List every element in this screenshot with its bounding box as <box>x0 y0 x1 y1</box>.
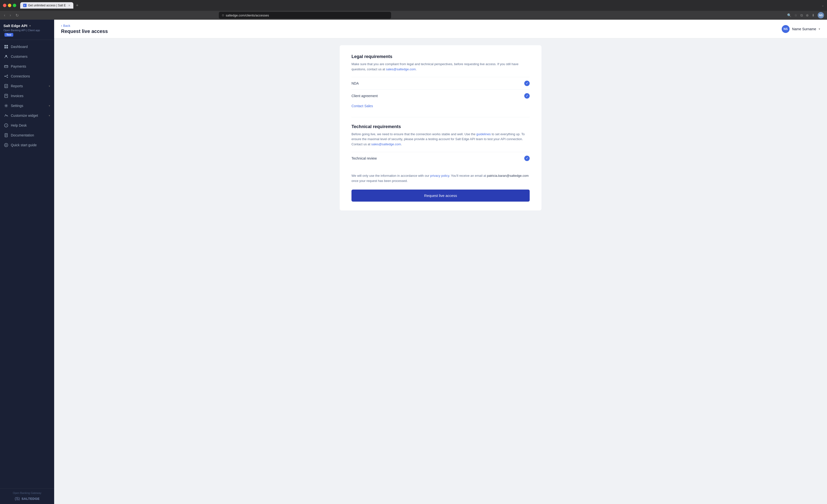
privacy-email: patricia.baran@saltedge.com <box>487 174 528 177</box>
address-bar[interactable]: ⊙ saltedge.com/clients/accesses <box>219 12 391 19</box>
extensions-icon[interactable]: ⧉ <box>800 13 803 17</box>
sidebar-item-invoices[interactable]: Invoices <box>0 91 54 101</box>
svg-point-9 <box>4 76 5 77</box>
legal-section-desc: Make sure that you are compliant from le… <box>351 62 530 72</box>
svg-point-11 <box>7 77 8 78</box>
svg-rect-4 <box>4 47 6 48</box>
customers-icon <box>4 54 8 59</box>
svg-point-6 <box>5 55 7 57</box>
back-button[interactable]: ‹ <box>3 12 6 18</box>
svg-rect-14 <box>5 84 8 88</box>
payments-icon <box>4 64 8 69</box>
footer-text: Open Banking Gateway <box>4 492 50 494</box>
sidebar: Salt Edge API ▾ Open Banking API | Clien… <box>0 20 54 504</box>
sidebar-item-quick-start-label: Quick start guide <box>11 143 50 147</box>
legal-desc-text2: . <box>416 67 417 71</box>
client-agreement-check-icon: ✓ <box>524 93 530 99</box>
profile-guard-icon[interactable]: ⊕ <box>806 13 809 17</box>
technical-section-title: Technical requirements <box>351 124 530 129</box>
search-icon[interactable]: 🔍 <box>787 13 791 17</box>
tab-title: Get unlimited access | Salt E <box>28 4 66 7</box>
main-header: ‹ Back Request live access NS Name Surna… <box>54 20 827 38</box>
user-avatar: NS <box>782 25 790 33</box>
contact-sales-link[interactable]: Contact Sales <box>351 104 373 108</box>
privacy-text: We will only use the information in acco… <box>351 173 530 184</box>
sidebar-item-settings[interactable]: Settings ▾ <box>0 101 54 111</box>
sidebar-brand-name: Salt Edge API <box>3 23 27 28</box>
browser-actions: 🔍 ☆ ⧉ ⊕ ⬇ NS <box>787 12 824 18</box>
refresh-button[interactable]: ↻ <box>14 12 20 19</box>
sidebar-item-reports-label: Reports <box>11 84 46 88</box>
saltedge-logo: ⟨S⟩ SALTEDGE <box>4 496 50 501</box>
bookmark-icon[interactable]: ☆ <box>794 13 797 17</box>
sidebar-brand[interactable]: Salt Edge API ▾ <box>3 23 51 28</box>
svg-text:S: S <box>24 5 25 6</box>
browser-window-controls <box>3 4 16 7</box>
test-badge: Test <box>4 33 13 37</box>
svg-rect-7 <box>4 65 8 68</box>
app: Salt Edge API ▾ Open Banking API | Clien… <box>0 20 827 504</box>
content-card: Legal requirements Make sure that you ar… <box>340 45 541 211</box>
browser-user-avatar[interactable]: NS <box>818 12 824 18</box>
technical-requirements-section: Technical requirements Before going live… <box>351 124 530 164</box>
help-icon: ? <box>4 123 8 128</box>
svg-rect-2 <box>4 45 6 47</box>
sidebar-item-customers[interactable]: Customers <box>0 52 54 61</box>
invoices-icon <box>4 94 8 98</box>
address-shield-icon: ⊙ <box>222 13 224 17</box>
browser-chrome: S Get unlimited access | Salt E ✕ + ⌄ <box>0 0 827 11</box>
request-live-access-button[interactable]: Request live access <box>351 189 530 202</box>
technical-review-label: Technical review <box>351 156 377 160</box>
client-agreement-label: Client agreement <box>351 94 378 98</box>
browser-tabs: S Get unlimited access | Salt E ✕ + ⌄ <box>20 2 824 9</box>
back-link[interactable]: ‹ Back <box>61 23 108 27</box>
sidebar-item-customize-widget[interactable]: Customize widget ▾ <box>0 111 54 120</box>
legal-desc-email[interactable]: sales@saltedge.com <box>386 67 416 71</box>
nda-label: NDA <box>351 81 359 85</box>
sidebar-item-help-desk[interactable]: ? Help Desk <box>0 120 54 130</box>
reports-icon <box>4 84 8 88</box>
browser-addressbar: ‹ › ↻ ⊙ saltedge.com/clients/accesses 🔍 … <box>0 11 827 20</box>
privacy-policy-link[interactable]: privacy policy <box>430 174 449 177</box>
minimize-window-button[interactable] <box>8 4 11 7</box>
guidelines-link[interactable]: guidelines <box>476 132 491 136</box>
close-window-button[interactable] <box>3 4 6 7</box>
reports-arrow-icon: ▾ <box>49 85 50 88</box>
download-icon[interactable]: ⬇ <box>812 13 815 17</box>
client-agreement-row: Client agreement ✓ <box>351 90 530 102</box>
technical-review-check-icon: ✓ <box>524 156 530 161</box>
address-url: saltedge.com/clients/accesses <box>226 13 269 17</box>
privacy-text3: once your request has been processed. <box>351 179 407 183</box>
sidebar-item-payments[interactable]: Payments <box>0 61 54 71</box>
sidebar-item-documentation[interactable]: Documentation <box>0 130 54 140</box>
technical-email-link[interactable]: sales@saltedge.com <box>371 143 401 146</box>
technical-section-desc: Before going live, we need to ensure tha… <box>351 132 530 147</box>
tab-close-button[interactable]: ✕ <box>68 4 70 7</box>
new-tab-button[interactable]: + <box>74 2 80 9</box>
sidebar-item-quick-start[interactable]: Quick start guide <box>0 140 54 150</box>
fullscreen-window-button[interactable] <box>13 4 16 7</box>
user-dropdown-arrow-icon[interactable]: ▾ <box>819 27 820 31</box>
sidebar-item-connections[interactable]: Connections <box>0 71 54 81</box>
svg-line-12 <box>5 75 7 76</box>
sidebar-subtitle: Open Banking API | Client app <box>3 29 40 32</box>
sidebar-subtitle-row: Open Banking API | Client app Test <box>3 28 51 37</box>
svg-line-13 <box>5 76 7 77</box>
forward-button[interactable]: › <box>9 12 12 18</box>
sidebar-item-documentation-label: Documentation <box>11 133 50 137</box>
active-tab[interactable]: S Get unlimited access | Salt E ✕ <box>20 2 74 9</box>
tabs-extra-button[interactable]: ⌄ <box>822 4 824 7</box>
svg-point-10 <box>7 75 8 76</box>
svg-text:?: ? <box>6 124 7 127</box>
connections-icon <box>4 74 8 78</box>
sidebar-item-help-desk-label: Help Desk <box>11 123 50 127</box>
sidebar-item-dashboard[interactable]: Dashboard <box>0 42 54 52</box>
privacy-text1: We will only use the information in acco… <box>351 174 430 177</box>
svg-point-21 <box>6 105 7 106</box>
saltedge-logo-text: SALTEDGE <box>21 497 40 501</box>
sidebar-item-settings-label: Settings <box>11 104 46 108</box>
back-arrow-icon: ‹ <box>61 23 62 27</box>
sidebar-item-reports[interactable]: Reports ▾ <box>0 81 54 91</box>
docs-icon <box>4 133 8 137</box>
user-name: Name Surname <box>792 27 816 31</box>
